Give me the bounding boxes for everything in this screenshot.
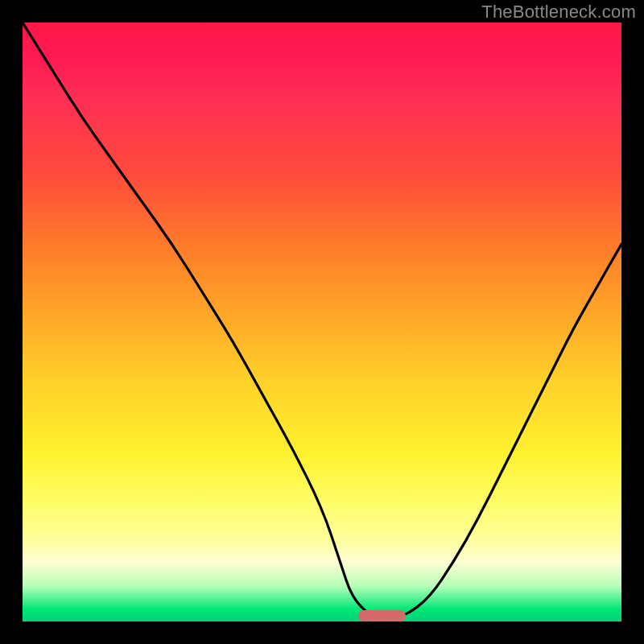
bottleneck-curve	[23, 23, 621, 621]
optimal-range-marker	[358, 610, 407, 621]
plot-area	[23, 23, 621, 621]
watermark-text: TheBottleneck.com	[481, 2, 636, 23]
chart-frame: TheBottleneck.com	[0, 0, 644, 644]
curve-path	[23, 23, 621, 620]
